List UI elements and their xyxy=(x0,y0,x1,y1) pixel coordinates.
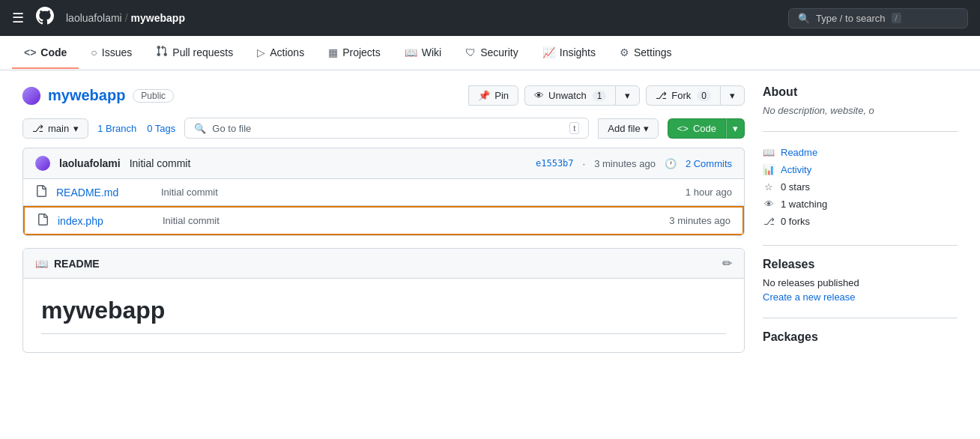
go-to-file-shortcut: t xyxy=(569,122,579,134)
repo-title: mywebapp Public xyxy=(22,87,174,105)
nav-wiki[interactable]: 📖 Wiki xyxy=(393,37,453,69)
commit-hash[interactable]: e1553b7 xyxy=(536,158,574,169)
nav-issues[interactable]: ○ Issues xyxy=(79,37,144,69)
about-desc: No description, website, o xyxy=(763,105,958,116)
topbar: ☰ laoluafolami / mywebapp 🔍 Type / to se… xyxy=(0,0,980,36)
pin-label: Pin xyxy=(494,90,509,101)
fork-dropdown-button[interactable]: ▾ xyxy=(720,85,745,106)
book-icon: 📖 xyxy=(35,258,48,270)
branches-link[interactable]: 1 Branch xyxy=(97,123,136,134)
fork-count: 0 xyxy=(697,91,711,101)
repo-sidebar: About No description, website, o 📖 Readm… xyxy=(763,85,958,359)
about-section: About No description, website, o xyxy=(763,85,958,116)
sidebar-divider-2 xyxy=(763,245,958,246)
add-file-button[interactable]: Add file ▾ xyxy=(598,118,658,139)
commit-message[interactable]: Initial commit xyxy=(130,157,191,169)
star-icon: ☆ xyxy=(763,181,775,193)
activity-link[interactable]: Activity xyxy=(781,164,811,175)
file-time: 3 minutes ago xyxy=(669,215,731,226)
readme-project-name: mywebapp xyxy=(41,297,726,334)
breadcrumb: laoluafolami / mywebapp xyxy=(66,12,185,24)
code-dropdown-button[interactable]: ▾ xyxy=(726,118,745,139)
file-icon xyxy=(37,214,49,228)
issues-icon: ○ xyxy=(91,46,97,58)
nav-actions-label: Actions xyxy=(270,46,304,58)
sidebar-divider-1 xyxy=(763,131,958,132)
projects-icon: ▦ xyxy=(328,46,338,58)
nav-projects-label: Projects xyxy=(342,46,381,58)
sidebar-divider-3 xyxy=(763,318,958,318)
repo-nav: <> Code ○ Issues Pull requests ▷ Actions… xyxy=(0,36,980,70)
file-name[interactable]: README.md xyxy=(56,187,146,199)
about-title: About xyxy=(763,85,958,99)
nav-security[interactable]: 🛡 Security xyxy=(453,37,530,69)
eye-stat-icon: 👁 xyxy=(763,199,775,210)
commit-bar: laoluafolami Initial commit e1553b7 · 3 … xyxy=(22,148,745,178)
packages-title: Packages xyxy=(763,330,958,344)
unwatch-label: Unwatch xyxy=(548,90,587,101)
repo-header: mywebapp Public 📌 Pin 👁 Unwatch 1 ▾ xyxy=(22,85,745,106)
stars-count: 0 stars xyxy=(781,181,810,193)
code-button[interactable]: <> Code xyxy=(668,118,726,139)
unwatch-button[interactable]: 👁 Unwatch 1 xyxy=(524,85,615,106)
file-name[interactable]: index.php xyxy=(58,215,148,227)
activity-stat: 📊 Activity xyxy=(763,161,958,178)
github-logo[interactable] xyxy=(36,7,54,29)
branch-selector[interactable]: ⎇ main ▾ xyxy=(22,118,88,139)
file-icon xyxy=(35,185,47,199)
nav-actions[interactable]: ▷ Actions xyxy=(245,37,316,69)
readme-edit-button[interactable]: ✏ xyxy=(722,256,732,270)
nav-security-label: Security xyxy=(480,46,518,58)
commit-author[interactable]: laoluafolami xyxy=(59,157,121,169)
tags-link[interactable]: 0 Tags xyxy=(147,123,175,134)
book-stat-icon: 📖 xyxy=(763,147,775,158)
repo-link[interactable]: mywebapp xyxy=(131,12,185,24)
nav-settings[interactable]: ⚙ Settings xyxy=(608,37,684,69)
forks-count: 0 forks xyxy=(781,216,810,227)
search-box[interactable]: 🔍 Type / to search / xyxy=(788,8,968,28)
repo-visibility-badge: Public xyxy=(133,89,174,103)
readme-title-text: README xyxy=(54,258,100,270)
stats-section: 📖 Readme 📊 Activity ☆ 0 stars 👁 1 watchi… xyxy=(763,144,958,230)
code-label: Code xyxy=(693,123,716,134)
readme-section: 📖 README ✏ mywebapp xyxy=(22,248,745,353)
breadcrumb-sep: / xyxy=(125,12,128,24)
readme-stat: 📖 Readme xyxy=(763,144,958,161)
repo-name[interactable]: mywebapp xyxy=(48,87,125,104)
create-release-link[interactable]: Create a new release xyxy=(763,291,958,303)
nav-code[interactable]: <> Code xyxy=(12,37,79,69)
activity-icon: 📊 xyxy=(763,164,775,175)
watching-count: 1 watching xyxy=(781,199,827,210)
search-icon-small: 🔍 xyxy=(194,123,206,134)
packages-section: Packages xyxy=(763,330,958,344)
actions-icon: ▷ xyxy=(257,46,265,58)
branch-info: 1 Branch 0 Tags xyxy=(97,123,175,134)
pin-button[interactable]: 📌 Pin xyxy=(468,85,518,106)
file-toolbar: ⎇ main ▾ 1 Branch 0 Tags 🔍 Go to file t … xyxy=(22,118,745,139)
search-slash-hint: / xyxy=(892,13,901,23)
go-to-file-search[interactable]: 🔍 Go to file t xyxy=(184,118,589,139)
main-content: mywebapp Public 📌 Pin 👁 Unwatch 1 ▾ xyxy=(10,70,970,374)
pin-icon: 📌 xyxy=(478,90,490,101)
nav-insights-label: Insights xyxy=(560,46,596,58)
commit-time: 3 minutes ago xyxy=(594,158,656,169)
readme-content: mywebapp xyxy=(23,279,744,352)
fork-group: ⎇ Fork 0 ▾ xyxy=(646,85,745,106)
fork-button[interactable]: ⎇ Fork 0 xyxy=(646,85,720,106)
insights-icon: 📈 xyxy=(542,46,555,58)
nav-projects[interactable]: ▦ Projects xyxy=(316,37,393,69)
hamburger-icon[interactable]: ☰ xyxy=(12,10,24,26)
nav-pullrequests[interactable]: Pull requests xyxy=(144,36,245,70)
repo-actions: 📌 Pin 👁 Unwatch 1 ▾ ⎇ Fork xyxy=(468,85,745,106)
releases-section: Releases No releases published Create a … xyxy=(763,258,958,303)
releases-title: Releases xyxy=(763,258,958,271)
fork-label: Fork xyxy=(671,90,691,101)
branch-chevron-icon: ▾ xyxy=(73,123,79,134)
unwatch-dropdown-button[interactable]: ▾ xyxy=(615,85,640,106)
branch-name: main xyxy=(48,123,69,134)
user-link[interactable]: laoluafolami xyxy=(66,12,122,24)
nav-insights[interactable]: 📈 Insights xyxy=(530,37,608,69)
security-icon: 🛡 xyxy=(465,46,476,58)
commits-link[interactable]: 2 Commits xyxy=(686,158,732,169)
readme-link[interactable]: Readme xyxy=(781,147,817,158)
